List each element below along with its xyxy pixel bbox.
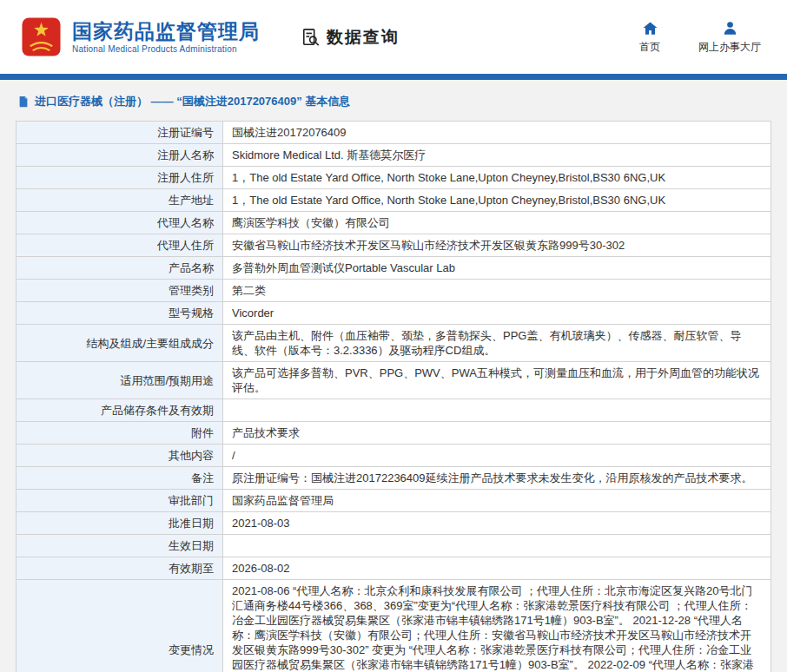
table-row: 产品储存条件及有效期 xyxy=(17,399,771,422)
table-row: 有效期至2026-08-02 xyxy=(17,557,771,580)
header-accent-bar xyxy=(0,74,787,80)
table-row: 备注原注册证编号：国械注进20172236409延续注册产品技术要求未发生变化，… xyxy=(17,467,771,490)
nav-label-service-hall: 网上办事大厅 xyxy=(698,40,761,55)
table-row: 批准日期2021-08-03 xyxy=(17,512,771,535)
user-icon xyxy=(722,20,738,36)
table-row: 生效日期 xyxy=(17,535,771,557)
row-label: 备注 xyxy=(17,467,223,490)
table-row: 结构及组成/主要组成成分该产品由主机、附件（血压袖带、颈垫，多普勒探头、PPG盖… xyxy=(17,325,771,362)
row-label: 注册人住所 xyxy=(17,167,223,189)
nav-item-home[interactable]: 首页 xyxy=(639,20,660,55)
nmpa-logo-icon xyxy=(21,16,62,57)
brand-block[interactable]: 国家药品监督管理局 National Medical Products Admi… xyxy=(72,20,260,54)
row-value: / xyxy=(223,445,771,467)
row-value: 产品技术要求 xyxy=(223,422,771,445)
row-label: 型号规格 xyxy=(17,302,223,325)
row-value xyxy=(223,399,771,422)
row-label: 审批部门 xyxy=(17,490,223,512)
nav-item-service-hall[interactable]: 网上办事大厅 xyxy=(698,20,761,55)
row-label: 其他内容 xyxy=(17,445,223,467)
document-icon xyxy=(17,96,30,108)
row-label: 附件 xyxy=(17,422,223,445)
org-name: 国家药品监督管理局 xyxy=(72,20,260,43)
table-row: 附件产品技术要求 xyxy=(17,422,771,445)
row-value: 多普勒外周血管测试仪Portable Vascular Lab xyxy=(223,257,771,280)
row-value: 鹰演医学科技（安徽）有限公司 xyxy=(223,212,771,234)
row-label: 代理人住所 xyxy=(17,234,223,257)
table-row: 管理类别第二类 xyxy=(17,280,771,302)
top-nav: 首页 网上办事大厅 xyxy=(639,20,761,55)
row-label: 管理类别 xyxy=(17,280,223,302)
row-value: 该产品可选择多普勒、PVR、PPG、PWV、PWA五种模式，可测量血压和血流，用… xyxy=(223,362,771,399)
site-header: 国家药品监督管理局 National Medical Products Admi… xyxy=(0,0,787,74)
row-label: 适用范围/预期用途 xyxy=(17,362,223,399)
row-label: 注册人名称 xyxy=(17,144,223,167)
table-row: 代理人住所安徽省马鞍山市经济技术开发区马鞍山市经济技术开发区银黄东路999号30… xyxy=(17,234,771,257)
row-value: 1，The old Estate Yard Office, North Stok… xyxy=(223,189,771,212)
row-label: 产品名称 xyxy=(17,257,223,280)
row-label: 生产地址 xyxy=(17,189,223,212)
main-content: 进口医疗器械（注册） —— “国械注进20172076409” 基本信息 注册证… xyxy=(0,80,787,672)
row-label: 结构及组成/主要组成成分 xyxy=(17,325,223,362)
row-value: 该产品由主机、附件（血压袖带、颈垫，多普勒探头、PPG盖、有机玻璃夹）、传感器、… xyxy=(223,325,771,362)
table-row: 注册人名称Skidmore Medical Ltd. 斯基德莫尔医疗 xyxy=(17,144,771,167)
table-row: 其他内容/ xyxy=(17,445,771,467)
row-value: 安徽省马鞍山市经济技术开发区马鞍山市经济技术开发区银黄东路999号30-302 xyxy=(223,234,771,257)
info-table-body: 注册证编号国械注进20172076409注册人名称Skidmore Medica… xyxy=(17,122,771,672)
row-label: 有效期至 xyxy=(17,557,223,580)
row-label: 生效日期 xyxy=(17,535,223,557)
row-value xyxy=(223,535,771,557)
table-row: 产品名称多普勒外周血管测试仪Portable Vascular Lab xyxy=(17,257,771,280)
table-row: 审批部门国家药品监督管理局 xyxy=(17,490,771,512)
breadcrumb: 进口医疗器械（注册） —— “国械注进20172076409” 基本信息 xyxy=(17,94,771,109)
table-row: 变更情况2021-08-06 “代理人名称：北京众利和康科技发展有限公司 ；代理… xyxy=(17,580,771,672)
row-value: 2021-08-03 xyxy=(223,512,771,535)
row-value: 国家药品监督管理局 xyxy=(223,490,771,512)
row-value: 2026-08-02 xyxy=(223,557,771,580)
row-value: 原注册证编号：国械注进20172236409延续注册产品技术要求未发生变化，沿用… xyxy=(223,467,771,490)
row-label: 代理人名称 xyxy=(17,212,223,234)
table-row: 适用范围/预期用途该产品可选择多普勒、PVR、PPG、PWV、PWA五种模式，可… xyxy=(17,362,771,399)
table-row: 注册人住所1，The old Estate Yard Office, North… xyxy=(17,167,771,189)
registration-info-table: 注册证编号国械注进20172076409注册人名称Skidmore Medica… xyxy=(16,121,771,672)
data-query-icon xyxy=(301,28,321,47)
row-label: 变更情况 xyxy=(17,580,223,672)
row-label: 注册证编号 xyxy=(17,122,223,144)
row-label: 产品储存条件及有效期 xyxy=(17,399,223,422)
row-label: 批准日期 xyxy=(17,512,223,535)
data-query-section[interactable]: 数据查询 xyxy=(301,26,400,49)
row-value: 1，The old Estate Yard Office, North Stok… xyxy=(223,167,771,189)
section-title: 数据查询 xyxy=(327,26,400,49)
nav-label-home: 首页 xyxy=(639,40,660,55)
breadcrumb-text: 进口医疗器械（注册） —— “国械注进20172076409” 基本信息 xyxy=(35,94,350,109)
row-value: Vicorder xyxy=(223,302,771,325)
org-name-en: National Medical Products Administration xyxy=(72,44,260,54)
home-icon xyxy=(642,20,658,36)
table-row: 注册证编号国械注进20172076409 xyxy=(17,122,771,144)
row-value: Skidmore Medical Ltd. 斯基德莫尔医疗 xyxy=(223,144,771,167)
table-row: 生产地址1，The old Estate Yard Office, North … xyxy=(17,189,771,212)
table-row: 代理人名称鹰演医学科技（安徽）有限公司 xyxy=(17,212,771,234)
row-value: 第二类 xyxy=(223,280,771,302)
row-value: 2021-08-06 “代理人名称：北京众利和康科技发展有限公司 ；代理人住所：… xyxy=(223,580,771,672)
table-row: 型号规格Vicorder xyxy=(17,302,771,325)
row-value: 国械注进20172076409 xyxy=(223,122,771,144)
